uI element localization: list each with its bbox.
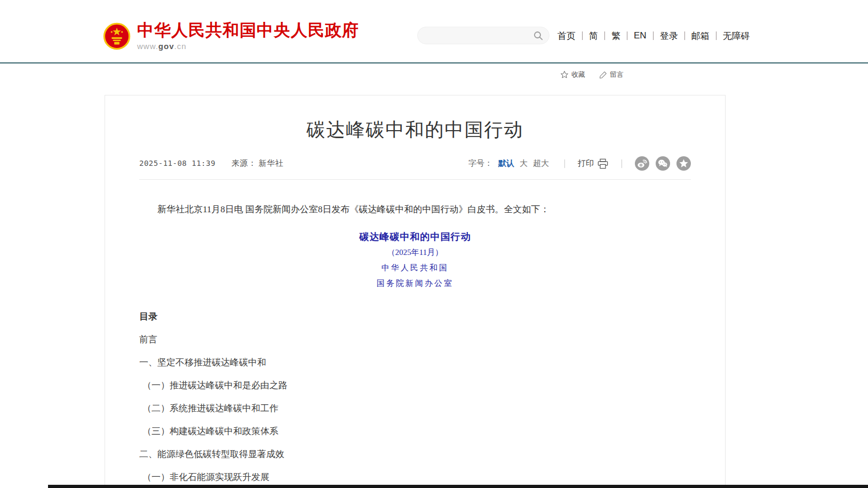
document-heading-block: 碳达峰碳中和的中国行动 （2025年11月） 中华人民共和国 国务院新闻办公室 xyxy=(139,229,691,291)
bottom-bar xyxy=(48,485,868,488)
search-icon[interactable] xyxy=(533,30,544,41)
font-size-xlarge[interactable]: 超大 xyxy=(533,158,549,169)
star-outline-icon xyxy=(560,70,569,79)
site-url-suffix: .cn xyxy=(174,42,187,51)
source-value[interactable]: 新华社 xyxy=(259,159,284,167)
toc-item-section1-2: （二）系统推进碳达峰碳中和工作 xyxy=(139,397,691,420)
site-title: 中华人民共和国中央人民政府 xyxy=(137,21,359,39)
share-icons xyxy=(635,156,691,171)
font-size-large[interactable]: 大 xyxy=(520,158,528,169)
nav-home[interactable]: 首页 xyxy=(558,30,576,42)
lead-paragraph: 新华社北京11月8日电 国务院新闻办公室8日发布《碳达峰碳中和的中国行动》白皮书… xyxy=(139,202,691,217)
site-header: 中华人民共和国中央人民政府 www.gov.cn 首页 简 繁 EN 登录 邮箱 xyxy=(0,0,868,63)
wechat-share-icon[interactable] xyxy=(656,156,670,171)
toc-heading: 目录 xyxy=(139,305,691,328)
comment-button[interactable]: 留言 xyxy=(599,70,624,79)
nav-mail[interactable]: 邮箱 xyxy=(691,30,710,42)
toc-item-section1-1: （一）推进碳达峰碳中和是必由之路 xyxy=(139,374,691,397)
search-box[interactable] xyxy=(417,27,550,44)
toc-item-section2: 二、能源绿色低碳转型取得显著成效 xyxy=(139,443,691,466)
star-share-icon[interactable] xyxy=(676,156,691,171)
toc-item-section1: 一、坚定不移推进碳达峰碳中和 xyxy=(139,351,691,374)
article-meta-left: 2025-11-08 11:39 来源： 新华社 xyxy=(139,158,283,169)
toc-item-preface: 前言 xyxy=(139,328,691,351)
gov-cn-page: 中华人民共和国中央人民政府 www.gov.cn 首页 简 繁 EN 登录 邮箱 xyxy=(0,0,868,488)
comment-label: 留言 xyxy=(610,70,624,79)
nav-separator xyxy=(582,31,583,40)
document-org-line2: 国务院新闻办公室 xyxy=(139,276,691,291)
nav-separator xyxy=(604,31,605,40)
weibo-share-icon[interactable] xyxy=(635,156,649,171)
site-url-core: gov xyxy=(158,42,174,51)
nav-separator xyxy=(653,31,654,40)
brand-text: 中华人民共和国中央人民政府 www.gov.cn xyxy=(137,21,359,51)
nav-simplified[interactable]: 简 xyxy=(589,30,598,42)
nav-separator xyxy=(716,31,716,40)
toc-item-section1-3: （三）构建碳达峰碳中和政策体系 xyxy=(139,420,691,443)
page-actions: 收藏 留言 xyxy=(560,70,624,79)
nav-separator xyxy=(627,31,627,40)
meta-separator xyxy=(564,159,565,168)
font-size-label: 字号： xyxy=(468,158,492,169)
meta-separator xyxy=(622,159,622,168)
site-url: www.gov.cn xyxy=(137,42,359,51)
printer-icon xyxy=(597,158,609,169)
font-size-default[interactable]: 默认 xyxy=(498,158,514,169)
favorite-label: 收藏 xyxy=(571,70,585,79)
national-emblem-icon xyxy=(103,22,131,50)
meta-divider xyxy=(139,179,691,180)
article-card: 碳达峰碳中和的中国行动 2025-11-08 11:39 来源： 新华社 字号：… xyxy=(105,95,726,488)
article-title: 碳达峰碳中和的中国行动 xyxy=(139,117,691,142)
favorite-button[interactable]: 收藏 xyxy=(560,70,585,79)
print-label: 打印 xyxy=(578,158,594,169)
pen-icon xyxy=(599,71,607,79)
article-body: 新华社北京11月8日电 国务院新闻办公室8日发布《碳达峰碳中和的中国行动》白皮书… xyxy=(139,202,691,488)
print-button[interactable]: 打印 xyxy=(578,158,609,169)
search-input[interactable] xyxy=(426,31,533,40)
document-date: （2025年11月） xyxy=(139,245,691,260)
nav-english[interactable]: EN xyxy=(634,30,647,41)
nav-accessibility[interactable]: 无障碍 xyxy=(723,30,750,42)
nav-traditional[interactable]: 繁 xyxy=(611,30,620,42)
site-url-prefix: www. xyxy=(137,42,158,51)
site-brand[interactable]: 中华人民共和国中央人民政府 www.gov.cn xyxy=(103,21,359,51)
document-org-line1: 中华人民共和国 xyxy=(139,260,691,276)
nav-separator xyxy=(684,31,685,40)
article-meta-right: 字号： 默认 大 超大 打印 xyxy=(468,156,691,171)
article-date: 2025-11-08 11:39 xyxy=(139,159,216,167)
top-nav: 首页 简 繁 EN 登录 邮箱 无障碍 xyxy=(558,28,750,43)
document-title: 碳达峰碳中和的中国行动 xyxy=(139,229,691,245)
nav-login[interactable]: 登录 xyxy=(660,30,678,42)
source-label: 来源： xyxy=(232,159,257,167)
article-meta-row: 2025-11-08 11:39 来源： 新华社 字号： 默认 大 超大 打印 xyxy=(139,156,691,171)
